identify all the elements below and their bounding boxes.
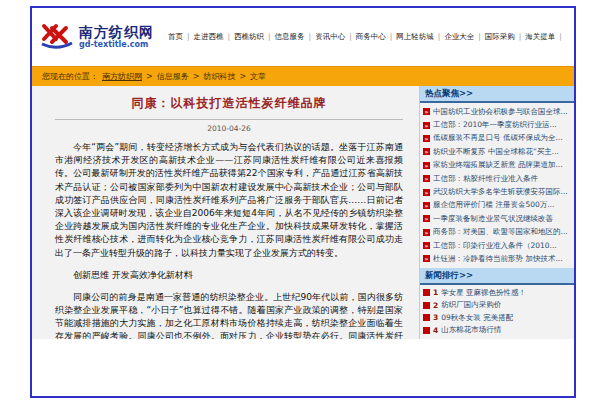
list-item[interactable]: » 工信部：粘胶纤维行业准入条件 xyxy=(423,172,571,185)
list-item-label: 山东棉花市场行情 xyxy=(441,325,501,335)
double-arrow-icon: » xyxy=(423,242,430,249)
nav-link[interactable]: 商务中心 xyxy=(345,32,386,41)
news-rank-list: 1 学女星 亚麻裸色扮性感！ 2 纺织厂国内采购价 3 09秋冬女装 完美搭配 xyxy=(420,285,574,339)
hot-focus-list: » 中国纺织工业协会积极参与联合国全球... » 工信部：2010年一季度纺织行… xyxy=(420,103,574,268)
list-item[interactable]: » 中国纺织工业协会积极参与联合国全球... xyxy=(423,105,571,118)
breadcrumb-prefix: 您现在的位置： xyxy=(42,71,98,82)
article-title: 同康：以科技打造活性炭纤维品牌 xyxy=(55,95,403,112)
list-item-label: 家纺业终端拓展缺乏新意 品牌渠道加... xyxy=(433,160,563,170)
nav-link[interactable]: 海关提单 xyxy=(515,32,556,41)
nav-link[interactable]: 信息服务 xyxy=(264,32,305,41)
list-item[interactable]: » 纺织业不断复苏 中国全球棉花“买主... xyxy=(423,145,571,158)
list-item-label: 纺织厂国内采购价 xyxy=(441,300,501,310)
red-square-icon xyxy=(423,289,430,296)
list-item[interactable]: » 家纺业终端拓展缺乏新意 品牌渠道加... xyxy=(423,159,571,172)
list-item[interactable]: » 一季度装备制造业景气状况继续改善 xyxy=(423,212,571,225)
nav-link[interactable]: 首页 xyxy=(168,32,183,41)
list-item-label: 一季度装备制造业景气状况继续改善 xyxy=(433,214,553,224)
list-item[interactable]: 2 纺织厂国内采购价 xyxy=(423,299,571,312)
content-area: 同康：以科技打造活性炭纤维品牌 2010-04-26 今年“两会”期间，转变经济… xyxy=(32,86,574,339)
list-item[interactable]: » 工信部：2010年一季度纺织行业运... xyxy=(423,118,571,131)
site-domain: gd-textitle.com xyxy=(79,40,154,49)
double-arrow-icon: » xyxy=(423,122,430,129)
list-item-label: 杜钰洲：冷静看待当前形势 加快技术... xyxy=(433,254,563,264)
nav-link[interactable]: 会员商务室 xyxy=(555,32,566,41)
list-item-label: 工信部：粘胶纤维行业准入条件 xyxy=(433,174,538,184)
list-item[interactable]: 1 学女星 亚麻裸色扮性感！ xyxy=(423,287,571,300)
double-arrow-icon: » xyxy=(423,229,430,236)
rank-number: 2 xyxy=(433,301,438,310)
double-arrow-icon: » xyxy=(423,148,430,155)
double-arrow-icon: » xyxy=(423,135,430,142)
double-arrow-icon: » xyxy=(423,255,430,262)
list-item-label: 09秋冬女装 完美搭配 xyxy=(441,313,513,323)
list-item[interactable]: » 武汉纺织大学多名学生斩获濮安芬国际... xyxy=(423,185,571,198)
breadcrumb-link[interactable]: 文章 xyxy=(235,72,266,81)
article-paragraph: 同康公司的前身是南通一家普通的纺织染整企业。上世纪90年代以前，国内很多纺织染整… xyxy=(55,291,403,339)
breadcrumb-trail: 南方纺织网信息服务纺织科技文章 xyxy=(102,71,266,82)
list-item[interactable]: » 低碳服装不再是口号 低碳环保成为全... xyxy=(423,132,571,145)
article-column: 同康：以科技打造活性炭纤维品牌 2010-04-26 今年“两会”期间，转变经济… xyxy=(32,86,420,339)
double-arrow-icon: » xyxy=(423,202,430,209)
rank-number: 1 xyxy=(433,288,438,297)
list-item-label: 工信部：2010年一季度纺织行业运... xyxy=(433,120,557,130)
double-arrow-icon: » xyxy=(423,215,430,222)
article-paragraph: 今年“两会”期间，转变经济增长方式成为与会代表们热议的话题。坐落于江苏南通市港闸… xyxy=(55,141,403,260)
nav-link[interactable]: 国际采购 xyxy=(474,32,515,41)
nav-link[interactable]: 西樵纺织 xyxy=(224,32,265,41)
nav-link[interactable]: 走进西樵 xyxy=(183,32,224,41)
list-item[interactable]: 3 09秋冬女装 完美搭配 xyxy=(423,312,571,325)
top-navigation: 首页走进西樵西樵纺织信息服务资讯中心商务中心网上轻纺城企业大全国际采购海关提单会… xyxy=(168,32,566,42)
list-item[interactable]: » 商务部：对美国、欧盟等国家和地区的... xyxy=(423,226,571,239)
red-square-icon xyxy=(423,327,430,334)
double-arrow-icon: » xyxy=(423,189,430,196)
list-item[interactable]: » 工信部：印染行业准入条件（2010... xyxy=(423,239,571,252)
site-logo[interactable]: 南方纺织网 gd-textitle.com xyxy=(40,23,154,51)
list-item-label: 中国纺织工业协会积极参与联合国全球... xyxy=(433,107,568,117)
list-item-label: 学女星 亚麻裸色扮性感！ xyxy=(441,288,526,298)
list-item[interactable]: » 服企信用评价门槛 注册资金500万... xyxy=(423,199,571,212)
breadcrumb-link[interactable]: 信息服务 xyxy=(142,72,189,81)
list-item-label: 工信部：印染行业准入条件（2010... xyxy=(433,241,557,251)
red-square-icon xyxy=(423,302,430,309)
breadcrumb: 您现在的位置： 南方纺织网信息服务纺织科技文章 xyxy=(32,66,574,86)
nav-link[interactable]: 网上轻纺城 xyxy=(386,32,434,41)
site-logo-graphic xyxy=(40,23,74,51)
site-header: 南方纺织网 gd-textitle.com 首页走进西樵西樵纺织信息服务资讯中心… xyxy=(32,8,574,66)
site-title: 南方纺织网 xyxy=(79,25,154,40)
list-item-label: 商务部：对美国、欧盟等国家和地区的... xyxy=(433,227,568,237)
double-arrow-icon: » xyxy=(423,162,430,169)
news-rank-header[interactable]: 新闻排行>> xyxy=(420,268,574,285)
breadcrumb-link[interactable]: 南方纺织网 xyxy=(102,72,142,81)
list-item-label: 武汉纺织大学多名学生斩获濮安芬国际... xyxy=(433,187,568,197)
right-sidebar: 热点聚焦>> » 中国纺织工业协会积极参与联合国全球... » 工信部：2010… xyxy=(420,86,574,339)
list-item-label: 低碳服装不再是口号 低碳环保成为全... xyxy=(433,133,563,143)
list-item-label: 服企信用评价门槛 注册资金500万... xyxy=(433,200,554,210)
rank-number: 4 xyxy=(433,326,438,335)
double-arrow-icon: » xyxy=(423,175,430,182)
page-frame: 南方纺织网 gd-textitle.com 首页走进西樵西樵纺织信息服务资讯中心… xyxy=(30,6,576,398)
title-divider xyxy=(55,119,403,120)
list-item[interactable]: » 杜钰洲：冷静看待当前形势 加快技术... xyxy=(423,252,571,265)
article-subheading: 创新思维 开发高效净化新材料 xyxy=(55,269,403,282)
double-arrow-icon: » xyxy=(423,108,430,115)
breadcrumb-link[interactable]: 纺织科技 xyxy=(189,72,236,81)
article-date: 2010-04-26 xyxy=(55,124,403,133)
nav-link[interactable]: 资讯中心 xyxy=(305,32,346,41)
list-item-label: 纺织业不断复苏 中国全球棉花“买主... xyxy=(433,147,559,157)
list-item[interactable]: 4 山东棉花市场行情 xyxy=(423,324,571,337)
nav-link[interactable]: 企业大全 xyxy=(434,32,475,41)
red-square-icon xyxy=(423,314,430,321)
rank-number: 3 xyxy=(433,313,438,322)
hot-focus-header[interactable]: 热点聚焦>> xyxy=(420,86,574,103)
